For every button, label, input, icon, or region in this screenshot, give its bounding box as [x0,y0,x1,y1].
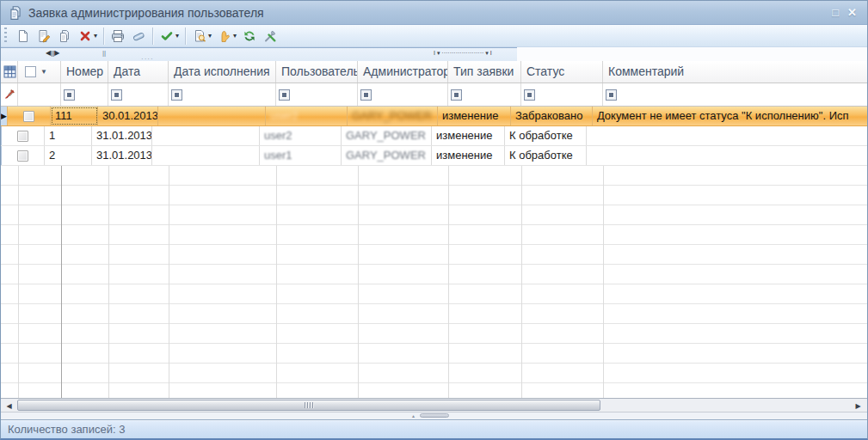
select-all-checkbox[interactable] [25,66,36,77]
cell-number[interactable]: 1 [45,126,92,145]
scrollbar-thumb[interactable] [17,400,600,411]
title-bar: Заявка администрирования пользователя □ … [1,1,867,25]
cell-exec-date[interactable] [152,126,260,145]
grid-vline [448,166,449,398]
manual-processing-dropdown-icon[interactable]: ▾ [233,32,237,40]
cell-comment[interactable]: Документ не имеет статуса "К исполнению"… [593,107,867,125]
column-header-date[interactable]: Дата [108,61,169,82]
new-document-button[interactable] [13,27,34,46]
cell-exec-date[interactable] [152,146,260,165]
maximize-button[interactable]: □ [832,7,839,19]
cell-user[interactable]: user2 [260,126,342,145]
document-preview-dropdown-icon[interactable]: ▾ [208,32,212,40]
row-checkbox[interactable] [23,111,34,122]
cell-status[interactable]: Забраковано [511,107,593,125]
cell-comment[interactable] [587,146,867,165]
cell-user[interactable]: user1 [260,146,342,165]
scroll-left-icon[interactable]: ◀ [2,400,16,412]
filter-cell-checkbox[interactable] [18,83,61,106]
select-dropdown-icon[interactable]: ▼ [40,61,47,82]
cell-request-type[interactable]: изменение [438,107,511,125]
filter-button-icon[interactable] [279,89,290,101]
filter-button-icon[interactable] [64,89,75,101]
refresh-button[interactable] [239,27,260,46]
filter-button-icon[interactable] [524,89,535,101]
select-all-header[interactable]: ▼ [18,61,61,82]
cell-exec-date[interactable] [158,107,266,125]
horizontal-scrollbar[interactable]: ◀ ▶ [1,398,867,412]
cell-status[interactable]: К обработке [505,126,587,145]
edit-document-button[interactable] [34,27,54,46]
cell-admin[interactable]: GARY_POWER [342,146,432,165]
redacted-text: GARY_POWER [346,149,426,162]
filter-button-icon[interactable] [360,89,372,101]
row-checkbox-cell[interactable] [2,126,45,145]
splitter-grip[interactable] [420,413,449,418]
delete-dropdown-icon[interactable]: ▾ [94,32,97,40]
cell-admin[interactable]: GARY_POWER [342,126,432,145]
toolbar-grip[interactable] [3,28,8,45]
splitter-marker-icon[interactable]: || [102,49,106,57]
column-header-admin[interactable]: Администратор [358,61,448,82]
column-header-request-type[interactable]: Тип заявки [448,61,521,82]
filter-cell-comment[interactable] [603,83,867,106]
cell-date[interactable]: 30.01.2013 [98,107,158,125]
column-header-status[interactable]: Статус [521,61,603,82]
filter-button-icon[interactable] [606,89,617,101]
scroll-right-icon[interactable]: ▶ [851,400,865,412]
grid-vline [169,166,169,398]
filter-cell-request-type[interactable] [448,83,521,106]
copy-document-button[interactable] [54,27,75,46]
cell-number[interactable]: 2 [45,146,92,165]
filter-cell-admin[interactable] [358,83,448,106]
cell-comment[interactable] [587,126,867,145]
pin-icon [3,89,15,101]
cell-user[interactable]: user2 [266,107,348,125]
status-bar: Количество записей: 3 [1,419,867,438]
cell-request-type[interactable]: изменение [432,126,505,145]
clear-button[interactable] [128,27,149,46]
toolbar-separator [152,28,153,45]
bottom-splitter[interactable]: ▴ [1,412,867,419]
cell-date[interactable]: 31.01.2013 [92,126,152,145]
filter-cell-exec-date[interactable] [169,83,276,106]
table-row[interactable]: ▶ 111 30.01.2013 user2 GARY_POWER измене… [1,107,867,126]
delete-button[interactable] [75,27,95,46]
filter-cell-date[interactable] [108,83,169,106]
filter-cell-status[interactable] [521,83,603,106]
cell-request-type[interactable]: изменение [432,146,505,165]
row-checkbox[interactable] [17,131,28,142]
grid-corner-cell[interactable] [1,61,18,82]
row-checkbox-cell[interactable] [2,146,45,165]
manual-processing-button[interactable] [214,27,235,46]
filter-button-icon[interactable] [451,89,462,101]
cell-admin[interactable]: GARY_POWER [348,107,438,125]
column-header-exec-date[interactable]: Дата исполнения [169,61,276,82]
window-icon [8,5,23,21]
filter-pin-cell[interactable] [1,83,18,106]
settings-button[interactable] [260,27,280,46]
band-resize-marker-icon[interactable]: Ι ▾ ····················· ▾ Ι [434,50,537,57]
filter-button-icon[interactable] [171,89,182,101]
cell-number[interactable]: 111 [51,107,98,125]
filter-cell-number[interactable] [61,83,108,106]
redacted-text: user1 [264,149,292,162]
approve-button[interactable] [157,27,177,46]
cell-date[interactable]: 31.01.2013 [92,146,152,165]
document-preview-button[interactable] [189,27,210,46]
approve-dropdown-icon[interactable]: ▾ [175,32,179,40]
row-checkbox[interactable] [17,150,28,162]
row-checkbox-cell[interactable] [8,107,51,125]
filter-button-icon[interactable] [111,89,122,101]
close-button[interactable]: ✕ [847,7,857,19]
table-row[interactable]: 1 31.01.2013 user2 GARY_POWER изменение … [1,126,867,146]
column-header-number[interactable]: Номер [61,61,108,82]
cell-status[interactable]: К обработке [505,146,587,165]
table-row[interactable]: 2 31.01.2013 user1 GARY_POWER изменение … [1,146,867,166]
print-button[interactable] [108,27,128,46]
column-header-comment[interactable]: Комментарий [603,61,867,82]
filter-cell-user[interactable] [276,83,358,106]
column-header-user[interactable]: Пользователь [276,61,358,82]
column-scroll-marker-icon[interactable]: ◀||▶ [46,49,59,57]
grid-vline [603,166,604,398]
